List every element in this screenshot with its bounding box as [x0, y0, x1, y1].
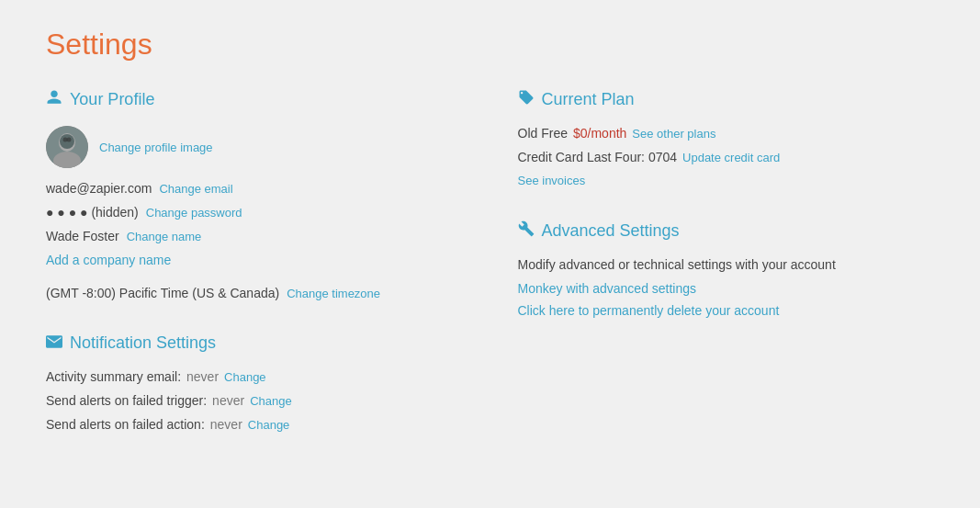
full-name: Wade Foster — [46, 229, 119, 243]
envelope-icon — [46, 335, 62, 352]
profile-image-row: Change profile image — [46, 126, 463, 168]
credit-card-info: Credit Card Last Four: 0704 — [518, 150, 678, 164]
change-password-link[interactable]: Change password — [146, 206, 242, 220]
notification-settings-section: Notification Settings Activity summary e… — [46, 333, 463, 432]
delete-account-link[interactable]: Click here to permanently delete your ac… — [518, 303, 780, 318]
your-profile-section: Your Profile Change profile image — [46, 89, 463, 300]
advanced-description: Modify advanced or technical settings wi… — [518, 257, 935, 272]
change-timezone-link[interactable]: Change timezone — [287, 287, 380, 300]
failed-action-value: never — [210, 417, 242, 432]
company-row: Add a company name — [46, 253, 463, 277]
notification-heading: Notification Settings — [46, 333, 463, 353]
change-email-link[interactable]: Change email — [159, 182, 232, 196]
activity-summary-change-link[interactable]: Change — [224, 370, 266, 384]
page-title: Settings — [46, 28, 934, 62]
user-icon — [46, 89, 62, 109]
your-profile-heading: Your Profile — [46, 89, 463, 109]
current-plan-heading: Current Plan — [518, 89, 935, 109]
name-row: Wade Foster Change name — [46, 229, 463, 243]
timezone-row: (GMT -8:00) Pacific Time (US & Canada) C… — [46, 286, 463, 300]
see-other-plans-link[interactable]: See other plans — [632, 127, 715, 141]
credit-card-row: Credit Card Last Four: 0704 Update credi… — [518, 150, 935, 164]
timezone-value: (GMT -8:00) Pacific Time (US & Canada) — [46, 286, 279, 300]
email-value: wade@zapier.com — [46, 181, 152, 196]
see-invoices-row: See invoices — [518, 174, 935, 187]
password-display: ● ● ● ● (hidden) — [46, 205, 139, 220]
monkey-advanced-link[interactable]: Monkey with advanced settings — [518, 281, 935, 296]
settings-page: Settings Your Profile — [0, 0, 980, 492]
failed-trigger-value: never — [212, 393, 244, 408]
right-column: Current Plan Old Free $0/month See other… — [518, 89, 935, 465]
activity-summary-value: never — [186, 369, 219, 384]
failed-action-row: Send alerts on failed action: never Chan… — [46, 417, 463, 432]
plan-price: $0/month — [573, 126, 626, 141]
activity-summary-label: Activity summary email: — [46, 369, 181, 384]
add-company-link[interactable]: Add a company name — [46, 253, 171, 267]
wrench-icon — [518, 220, 535, 241]
settings-grid: Your Profile Change profile image — [46, 89, 934, 465]
change-profile-image-link[interactable]: Change profile image — [99, 141, 213, 154]
svg-point-5 — [67, 138, 72, 142]
advanced-heading: Advanced Settings — [518, 220, 935, 241]
failed-trigger-label: Send alerts on failed trigger: — [46, 393, 207, 408]
plan-name-row: Old Free $0/month See other plans — [518, 126, 935, 141]
current-plan-section: Current Plan Old Free $0/month See other… — [518, 89, 935, 187]
failed-action-label: Send alerts on failed action: — [46, 417, 205, 432]
failed-trigger-row: Send alerts on failed trigger: never Cha… — [46, 393, 463, 408]
svg-point-3 — [60, 134, 74, 149]
email-row: wade@zapier.com Change email — [46, 181, 463, 196]
avatar — [46, 126, 88, 168]
failed-action-change-link[interactable]: Change — [248, 418, 290, 432]
update-credit-card-link[interactable]: Update credit card — [682, 151, 780, 164]
left-column: Your Profile Change profile image — [46, 89, 463, 465]
failed-trigger-change-link[interactable]: Change — [250, 394, 292, 408]
password-row: ● ● ● ● (hidden) Change password — [46, 205, 463, 220]
plan-name: Old Free — [518, 126, 568, 141]
see-invoices-link[interactable]: See invoices — [518, 174, 586, 187]
advanced-settings-section: Advanced Settings Modify advanced or tec… — [518, 220, 935, 318]
tag-icon — [518, 89, 535, 109]
change-name-link[interactable]: Change name — [127, 230, 202, 243]
activity-summary-row: Activity summary email: never Change — [46, 369, 463, 384]
